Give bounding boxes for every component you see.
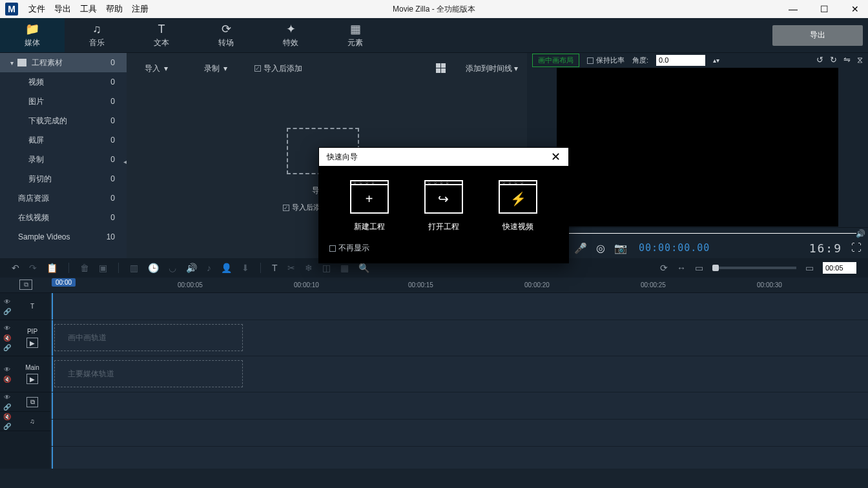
flip-vertical-icon[interactable]: ⧖	[857, 55, 863, 65]
sidebar-label: Sample Videos	[18, 232, 70, 241]
dont-show-checkbox[interactable]: 不再显示	[319, 239, 568, 263]
menu-export[interactable]: 导出	[54, 3, 71, 15]
sidebar-item-online[interactable]: 在线视频0	[0, 208, 127, 227]
text-tool-icon[interactable]: T	[272, 263, 278, 273]
playhead-marker[interactable]: 00:00	[52, 278, 76, 287]
pip-track-placeholder[interactable]: 画中画轨道	[54, 324, 243, 351]
sidebar-item-image[interactable]: 图片0	[0, 92, 127, 111]
video-canvas	[557, 68, 838, 227]
import-dropdown[interactable]: 导入▾	[136, 63, 177, 74]
maximize-button[interactable]: ☐	[816, 4, 832, 14]
link-icon[interactable]: 🔗	[3, 344, 11, 351]
zoom-icon[interactable]: 🔍	[358, 263, 369, 273]
microphone-icon[interactable]: 🎤	[574, 242, 587, 254]
flip-horizontal-icon[interactable]: ⇋	[843, 55, 851, 65]
passage-icon[interactable]: ◡	[169, 263, 176, 273]
zoom-out-icon[interactable]: ▭	[695, 263, 703, 273]
focus-icon[interactable]: ◎	[596, 242, 605, 254]
track-head-overlay[interactable]: ⧉	[14, 392, 50, 411]
new-project-option[interactable]: ○ ○ ○ ○+新建工程	[350, 184, 389, 232]
export-button[interactable]: 导出	[772, 25, 863, 46]
auto-refresh-icon[interactable]: ⟳	[660, 263, 668, 273]
link-icon[interactable]: 🔗	[3, 308, 11, 315]
zoom-slider[interactable]	[712, 267, 796, 269]
quick-video-option[interactable]: ○ ○ ○ ○⚡快速视频	[499, 184, 537, 232]
open-project-option[interactable]: ○ ○ ○ ○↪打开工程	[424, 184, 463, 232]
add-to-timeline-dropdown[interactable]: 添加到时间线 ▾	[466, 63, 518, 74]
record-dropdown[interactable]: 录制▾	[195, 63, 236, 74]
track-head-pip[interactable]: PIP▶	[14, 320, 50, 356]
eye-icon[interactable]: 👁	[4, 298, 10, 305]
timeline-ruler[interactable]: ⧉ 00:00 00:00:0500:00:1000:00:1500:00:20…	[0, 278, 868, 293]
export-clip-icon[interactable]: ▣	[99, 263, 107, 273]
menu-register[interactable]: 注册	[132, 3, 149, 15]
sidebar-item-cut[interactable]: 剪切的0	[0, 169, 127, 188]
tab-media[interactable]: 📁媒体	[0, 18, 65, 52]
tab-music[interactable]: ♫音乐	[65, 18, 129, 52]
freeze-icon[interactable]: ❄	[305, 263, 313, 273]
music-adj-icon[interactable]: ♪	[207, 263, 211, 273]
tab-text[interactable]: T文本	[129, 18, 194, 52]
dialog-close-button[interactable]: ✕	[551, 150, 561, 164]
volume-icon[interactable]: 🔊	[186, 263, 197, 273]
menu-help[interactable]: 帮助	[106, 3, 123, 15]
sidebar-item-samples[interactable]: Sample Videos10	[0, 227, 127, 247]
fit-icon[interactable]: ↔	[677, 263, 686, 273]
overlay-icon: ⧉	[26, 397, 38, 407]
eye-icon[interactable]: 👁	[4, 394, 10, 401]
close-button[interactable]: ✕	[847, 4, 863, 14]
sidebar-item-project-assets[interactable]: ▾工程素材0	[0, 53, 127, 72]
pip-layout-button[interactable]: 画中画布局	[532, 54, 579, 67]
crop-icon[interactable]: ◫	[322, 263, 331, 273]
grid-view-icon[interactable]	[436, 63, 446, 74]
angle-input[interactable]	[656, 55, 705, 66]
zoom-time-box[interactable]: 00:05	[823, 262, 856, 274]
redo-icon[interactable]: ↷	[29, 263, 37, 273]
zoom-handle[interactable]	[712, 265, 719, 271]
link-icon[interactable]: 🔗	[3, 423, 11, 430]
marker-icon[interactable]: ⬇	[242, 263, 249, 273]
columns-icon[interactable]: ▥	[130, 263, 138, 273]
eye-icon[interactable]: 👁	[4, 366, 10, 373]
clipboard-icon[interactable]: 📋	[46, 263, 57, 273]
track-head-text[interactable]: T	[14, 293, 50, 320]
track-body[interactable]: 画中画轨道 主要媒体轨道	[50, 293, 868, 469]
sidebar-item-store[interactable]: 商店资源0	[0, 188, 127, 208]
sidebar-item-record[interactable]: 录制0	[0, 150, 127, 169]
track-head-audio[interactable]: ♫	[14, 412, 50, 431]
main-track-placeholder[interactable]: 主要媒体轨道	[54, 360, 243, 387]
delete-icon[interactable]: 🗑	[80, 263, 89, 273]
aspect-ratio[interactable]: 16:9	[809, 241, 842, 255]
volume-icon[interactable]: 🔊	[856, 229, 865, 238]
tab-elements[interactable]: ▦元素	[323, 18, 388, 52]
sidebar-item-video[interactable]: 视频0	[0, 72, 127, 92]
mute-icon[interactable]: 🔇	[3, 413, 11, 420]
clock-icon[interactable]: 🕒	[148, 263, 159, 273]
person-icon[interactable]: 👤	[221, 263, 232, 273]
keep-ratio-checkbox[interactable]: 保持比率	[587, 56, 625, 65]
link-icon[interactable]: 🔗	[3, 403, 11, 411]
rotate-left-icon[interactable]: ↺	[816, 55, 823, 65]
rotate-right-icon[interactable]: ↻	[830, 55, 837, 65]
minimize-button[interactable]: —	[785, 4, 801, 14]
preview-scrubber[interactable]: 🔊	[527, 227, 868, 238]
track-head-main[interactable]: Main▶	[14, 356, 50, 392]
menu-file[interactable]: 文件	[28, 3, 45, 15]
tab-effects[interactable]: ✦特效	[258, 18, 323, 52]
eye-icon[interactable]: 👁	[4, 325, 10, 332]
fullscreen-icon[interactable]: ⛶	[851, 242, 862, 254]
undo-icon[interactable]: ↶	[12, 263, 19, 273]
menu-tools[interactable]: 工具	[80, 3, 97, 15]
mute-icon[interactable]: 🔇	[3, 376, 11, 383]
angle-stepper[interactable]: ▴▾	[713, 57, 719, 64]
mosaic-icon[interactable]: ▦	[340, 263, 349, 273]
snapshot-icon[interactable]: 📷	[614, 242, 627, 254]
sidebar-item-screenshot[interactable]: 截屏0	[0, 130, 127, 150]
tab-transition[interactable]: ⟳转场	[194, 18, 258, 52]
add-layer-icon[interactable]: ⧉	[19, 280, 32, 290]
scissors-icon[interactable]: ✂	[287, 263, 295, 273]
sidebar-item-downloaded[interactable]: 下载完成的0	[0, 111, 127, 130]
mute-icon[interactable]: 🔇	[3, 334, 11, 341]
import-after-checkbox[interactable]: 导入后添加	[254, 63, 302, 74]
zoom-in-icon[interactable]: ▭	[805, 263, 814, 273]
